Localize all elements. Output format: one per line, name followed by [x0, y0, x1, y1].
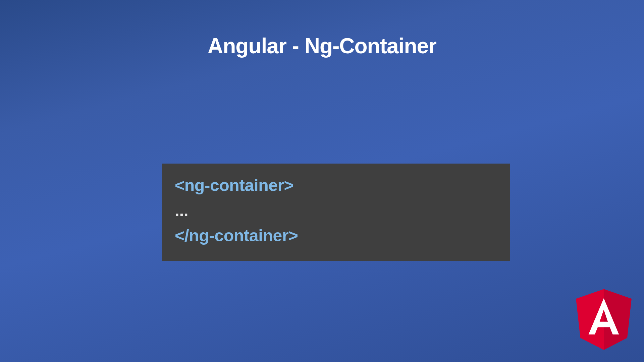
- code-line-close-tag: </ng-container>: [175, 223, 497, 248]
- code-line-open-tag: <ng-container>: [175, 173, 497, 198]
- code-line-content: ...: [175, 198, 497, 223]
- code-snippet-box: <ng-container> ... </ng-container>: [162, 164, 510, 261]
- slide-title: Angular - Ng-Container: [0, 34, 644, 58]
- angular-logo-icon: [574, 287, 634, 352]
